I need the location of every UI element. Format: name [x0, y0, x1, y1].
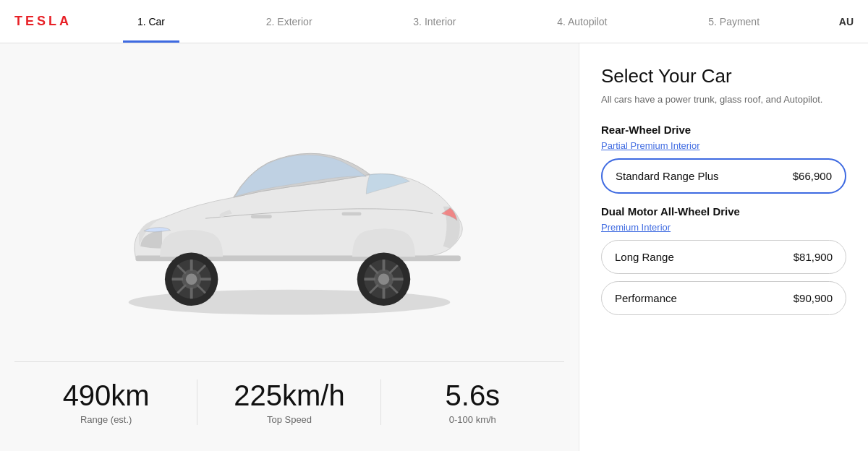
performance-price: $90,900 — [793, 292, 833, 304]
svg-rect-1 — [251, 215, 272, 219]
navigation: 1. Car 2. Exterior 3. Interior 4. Autopi… — [87, 0, 810, 43]
rwd-section: Rear-Wheel Drive Partial Premium Interio… — [601, 124, 846, 194]
stat-top-speed-value: 225km/h — [209, 379, 369, 411]
rwd-heading: Rear-Wheel Drive — [601, 124, 846, 136]
stat-range-value: 490km — [26, 379, 186, 411]
panel-subtitle: All cars have a power trunk, glass roof,… — [601, 93, 846, 106]
stat-range-label: Range (est.) — [26, 414, 186, 425]
tab-payment[interactable]: 5. Payment — [694, 0, 774, 43]
panel-title: Select Your Car — [601, 65, 846, 87]
awd-section: Dual Motor All-Wheel Drive Premium Inter… — [601, 205, 846, 315]
main-content: 490km Range (est.) 225km/h Top Speed 5.6… — [0, 43, 868, 451]
svg-point-7 — [186, 274, 197, 285]
long-range-price: $81,900 — [793, 251, 833, 263]
stat-top-speed-label: Top Speed — [209, 414, 369, 425]
performance-name: Performance — [615, 292, 677, 304]
car-display-panel: 490km Range (est.) 225km/h Top Speed 5.6… — [0, 43, 579, 451]
awd-interior-label[interactable]: Premium Interior — [601, 222, 846, 233]
performance-option[interactable]: Performance $90,900 — [601, 281, 846, 315]
car-image — [80, 96, 499, 322]
stat-acceleration-value: 5.6s — [393, 379, 553, 411]
stat-range: 490km Range (est.) — [14, 374, 197, 431]
svg-point-19 — [378, 274, 389, 285]
region-selector[interactable]: AU — [810, 16, 854, 27]
tab-interior[interactable]: 3. Interior — [399, 0, 470, 43]
awd-heading: Dual Motor All-Wheel Drive — [601, 205, 846, 218]
svg-rect-2 — [341, 212, 361, 216]
tab-autopilot[interactable]: 4. Autopilot — [542, 0, 621, 43]
stat-acceleration: 5.6s 0-100 km/h — [381, 374, 564, 431]
tab-car[interactable]: 1. Car — [123, 0, 179, 43]
car-image-container — [65, 58, 514, 361]
long-range-option[interactable]: Long Range $81,900 — [601, 240, 846, 274]
rwd-interior-label[interactable]: Partial Premium Interior — [601, 140, 846, 151]
stat-top-speed: 225km/h Top Speed — [197, 374, 380, 431]
stats-bar: 490km Range (est.) 225km/h Top Speed 5.6… — [14, 361, 564, 437]
standard-range-plus-name: Standard Range Plus — [616, 170, 719, 182]
long-range-name: Long Range — [615, 251, 674, 263]
header: TESLA 1. Car 2. Exterior 3. Interior 4. … — [0, 0, 868, 43]
config-panel: Select Your Car All cars have a power tr… — [579, 43, 868, 451]
tesla-logo: TESLA — [14, 14, 87, 29]
standard-range-plus-option[interactable]: Standard Range Plus $66,900 — [601, 158, 846, 194]
tab-exterior[interactable]: 2. Exterior — [252, 0, 327, 43]
standard-range-plus-price: $66,900 — [793, 170, 832, 182]
stat-acceleration-label: 0-100 km/h — [393, 414, 553, 425]
